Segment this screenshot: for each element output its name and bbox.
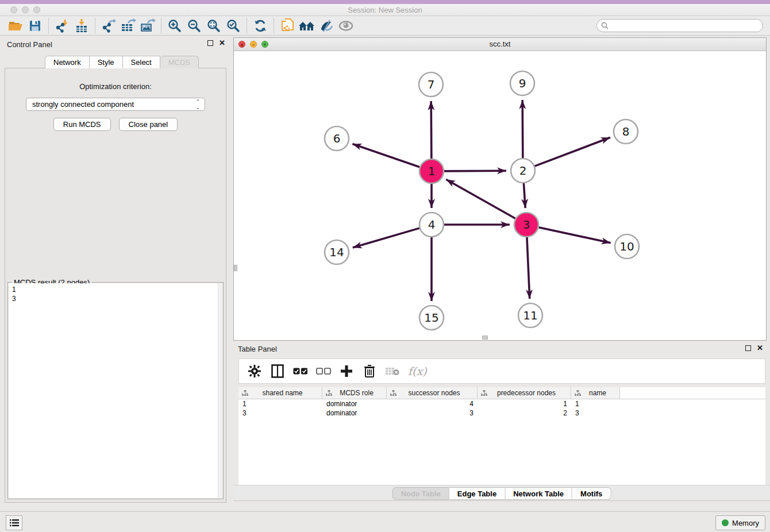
column-header-name[interactable]: name xyxy=(571,387,620,399)
tab-node-table[interactable]: Node Table xyxy=(392,487,449,500)
mcds-panel: Optimization criterion: strongly connect… xyxy=(5,68,226,503)
edge-2-3[interactable] xyxy=(523,183,525,208)
graph-node-3[interactable]: 3 xyxy=(514,213,538,237)
table-row[interactable]: 3dominator323 xyxy=(238,408,765,418)
vertical-divider-handle[interactable] xyxy=(234,265,237,271)
table-cell[interactable]: 1 xyxy=(478,399,571,408)
close-panel-button[interactable]: Close panel xyxy=(119,118,178,131)
zoom-in-icon[interactable] xyxy=(165,17,184,34)
mcds-result-scrollbar[interactable] xyxy=(218,283,222,498)
network-graph-canvas[interactable]: 7968124314101511 xyxy=(234,51,766,340)
edge-4-14[interactable] xyxy=(353,228,419,248)
search-input[interactable] xyxy=(596,19,763,32)
edge-1-2[interactable] xyxy=(444,171,506,171)
memory-button[interactable]: Memory xyxy=(715,515,765,530)
table-cell[interactable]: 1 xyxy=(571,399,620,408)
network-maximize-button[interactable]: + xyxy=(261,41,268,48)
graph-node-8[interactable]: 8 xyxy=(614,119,638,144)
graph-node-14[interactable]: 14 xyxy=(325,240,349,264)
graph-node-9[interactable]: 9 xyxy=(510,71,534,95)
edge-3-11[interactable] xyxy=(527,237,530,299)
delete-column-icon[interactable] xyxy=(362,363,377,379)
table-cell[interactable]: 1 xyxy=(238,399,322,408)
network-close-button[interactable]: x xyxy=(238,41,245,48)
dropdown-stepper-icon[interactable]: ⌃⌄ xyxy=(195,99,200,110)
node-label: 7 xyxy=(428,78,435,91)
graph-node-11[interactable]: 11 xyxy=(518,303,542,327)
column-header-shared-name[interactable]: shared name xyxy=(238,387,322,399)
tab-mcds[interactable]: MCDS xyxy=(160,56,199,68)
edge-3-10[interactable] xyxy=(538,228,610,243)
select-all-icon[interactable] xyxy=(293,363,308,379)
column-header-predecessor-nodes[interactable]: predecessor nodes xyxy=(478,387,571,399)
column-header-successor-nodes[interactable]: successor nodes xyxy=(387,387,478,399)
column-header-MCDS-role[interactable]: MCDS role xyxy=(322,387,387,399)
close-table-panel-icon[interactable]: ✕ xyxy=(757,345,763,351)
table-body: 1dominator4113dominator323 xyxy=(238,399,765,418)
edge-3-1[interactable] xyxy=(446,179,515,218)
table-cell[interactable]: 4 xyxy=(387,399,478,408)
edge-1-7[interactable] xyxy=(431,101,432,159)
float-table-panel-icon[interactable] xyxy=(745,345,751,351)
table-cell[interactable]: 2 xyxy=(478,408,571,418)
network-file-icon[interactable] xyxy=(278,17,297,34)
search-box xyxy=(596,19,763,32)
export-network-icon[interactable] xyxy=(99,17,118,34)
gear-icon[interactable] xyxy=(247,363,262,379)
graph-node-4[interactable]: 4 xyxy=(419,213,444,237)
window-close-button[interactable] xyxy=(10,6,17,13)
hide-selected-icon[interactable] xyxy=(317,17,336,34)
show-columns-icon[interactable] xyxy=(270,363,285,379)
open-folder-icon[interactable] xyxy=(6,17,25,34)
table-cell[interactable]: 3 xyxy=(571,408,620,418)
task-history-button[interactable] xyxy=(6,515,22,530)
import-table-icon[interactable] xyxy=(72,17,91,34)
deselect-all-icon[interactable] xyxy=(316,363,331,379)
table-row[interactable]: 1dominator411 xyxy=(238,399,765,408)
mcds-result-text[interactable]: 13 xyxy=(9,283,218,498)
window-zoom-button[interactable] xyxy=(33,6,40,13)
graph-node-6[interactable]: 6 xyxy=(325,126,349,151)
tab-motifs[interactable]: Motifs xyxy=(572,487,611,500)
add-column-icon[interactable] xyxy=(339,363,354,379)
tab-network[interactable]: Network xyxy=(45,56,90,68)
float-panel-icon[interactable] xyxy=(207,40,213,46)
window-minimize-button[interactable] xyxy=(22,6,29,13)
node-label: 9 xyxy=(519,76,526,90)
criterion-dropdown[interactable]: strongly connected component ⌃⌄ xyxy=(26,98,205,111)
table-cell[interactable]: dominator xyxy=(322,408,387,418)
table-cell[interactable]: dominator xyxy=(322,399,387,408)
home-icon[interactable] xyxy=(297,17,317,34)
graph-node-15[interactable]: 15 xyxy=(419,306,444,330)
table-cell[interactable]: 3 xyxy=(387,408,478,418)
tab-style[interactable]: Style xyxy=(90,56,123,68)
close-panel-icon[interactable]: ✕ xyxy=(219,40,225,46)
show-all-icon[interactable] xyxy=(336,17,356,34)
tab-network-table[interactable]: Network Table xyxy=(505,487,572,500)
edge-2-9[interactable] xyxy=(522,100,523,158)
graph-node-7[interactable]: 7 xyxy=(419,72,443,97)
refresh-icon[interactable] xyxy=(251,17,270,34)
zoom-fit-icon[interactable] xyxy=(204,17,224,34)
export-table-icon[interactable] xyxy=(118,17,138,34)
save-icon[interactable] xyxy=(25,17,45,34)
zoom-selected-icon[interactable] xyxy=(224,17,243,34)
tab-select[interactable]: Select xyxy=(123,56,160,68)
graph-node-2[interactable]: 2 xyxy=(511,159,535,183)
delete-table-icon[interactable] xyxy=(385,363,400,379)
export-image-icon[interactable] xyxy=(138,17,157,34)
graph-node-10[interactable]: 10 xyxy=(615,234,639,259)
toolbar-separator xyxy=(247,18,247,33)
edge-2-8[interactable] xyxy=(535,137,610,166)
horizontal-divider-handle[interactable] xyxy=(482,336,488,340)
zoom-out-icon[interactable] xyxy=(184,17,204,34)
import-network-icon[interactable] xyxy=(52,17,72,34)
run-mcds-button[interactable]: Run MCDS xyxy=(53,118,111,131)
window-titlebar[interactable]: Session: New Session xyxy=(0,4,770,16)
table-cell[interactable]: 3 xyxy=(238,408,322,418)
tab-edge-table[interactable]: Edge Table xyxy=(449,487,505,500)
graph-node-1[interactable]: 1 xyxy=(419,159,444,183)
edge-1-6[interactable] xyxy=(352,144,419,167)
network-window-titlebar[interactable]: x − + scc.txt xyxy=(234,38,766,51)
network-minimize-button[interactable]: − xyxy=(250,41,257,48)
